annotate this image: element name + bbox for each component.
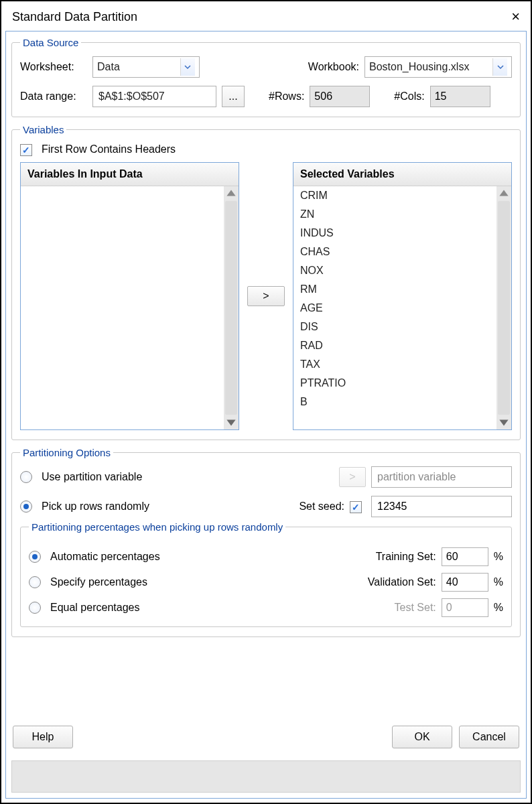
scroll-down-icon[interactable]: [224, 416, 239, 429]
set-seed-label: Set seed:: [299, 500, 344, 513]
list-item[interactable]: NOX: [293, 261, 496, 280]
worksheet-label: Worksheet:: [20, 61, 87, 73]
list-item[interactable]: RAD: [293, 336, 496, 355]
selected-list-header: Selected Variables: [300, 168, 395, 180]
status-strip: [11, 760, 521, 793]
validation-set-label: Validation Set:: [368, 576, 436, 588]
list-item[interactable]: AGE: [293, 299, 496, 318]
use-partition-variable-label: Use partition variable: [42, 471, 142, 483]
workbook-label: Workbook:: [308, 61, 359, 73]
input-list-header: Variables In Input Data: [27, 168, 143, 180]
cols-value: 15: [435, 90, 447, 103]
test-set-input: [442, 598, 488, 617]
ellipsis-icon: ...: [228, 90, 237, 103]
dialog: Standard Data Partition × Data Source Wo…: [0, 0, 532, 804]
scrollbar[interactable]: [496, 186, 511, 429]
training-set-input[interactable]: [442, 547, 488, 566]
partitioning-group: Partitioning Options Use partition varia…: [11, 447, 521, 637]
list-item[interactable]: DIS: [293, 318, 496, 336]
list-item[interactable]: INDUS: [293, 224, 496, 243]
workbook-value: Boston_Housing.xlsx: [369, 61, 488, 73]
dialog-footer: Help OK Cancel: [11, 724, 521, 750]
data-source-group: Data Source Worksheet: Data Workbook: Bo…: [11, 37, 521, 117]
data-range-label: Data range:: [20, 90, 87, 103]
scroll-up-icon[interactable]: [496, 186, 511, 200]
cols-label: #Cols:: [394, 90, 424, 103]
scroll-track[interactable]: [225, 201, 237, 415]
move-right-button[interactable]: >: [247, 286, 285, 306]
data-range-input[interactable]: [92, 86, 216, 107]
chevron-right-icon: >: [263, 290, 269, 302]
partition-variable-move-button: >: [339, 467, 366, 487]
automatic-pct-label: Automatic percentages: [50, 551, 160, 563]
partition-variable-placeholder: partition variable: [377, 471, 456, 483]
worksheet-dropdown[interactable]: Data: [92, 56, 200, 78]
data-range-value[interactable]: [97, 90, 234, 103]
automatic-pct-radio[interactable]: [29, 551, 41, 563]
scroll-down-icon[interactable]: [496, 416, 511, 429]
list-item[interactable]: B: [293, 393, 496, 411]
first-row-headers-checkbox[interactable]: First Row Contains Headers: [20, 143, 512, 155]
scroll-track[interactable]: [498, 201, 510, 415]
rows-output: 506: [310, 86, 370, 107]
list-item[interactable]: PTRATIO: [293, 374, 496, 393]
rows-value: 506: [314, 90, 332, 103]
validation-set-input[interactable]: [442, 573, 488, 592]
help-button-label: Help: [32, 731, 54, 743]
pick-rows-randomly-label: Pick up rows randomly: [42, 500, 149, 513]
seed-input[interactable]: 12345: [371, 496, 512, 517]
input-list-body: [21, 186, 239, 429]
ok-button[interactable]: OK: [392, 726, 452, 748]
scroll-up-icon[interactable]: [224, 186, 239, 200]
list-item[interactable]: ZN: [293, 205, 496, 224]
equal-pct-radio[interactable]: [29, 602, 41, 614]
rows-label: #Rows:: [269, 90, 304, 103]
cols-output: 15: [430, 86, 490, 107]
checkbox-icon: [20, 144, 32, 156]
cancel-button-label: Cancel: [472, 731, 506, 743]
pct-sign: %: [494, 576, 503, 588]
workbook-dropdown[interactable]: Boston_Housing.xlsx: [364, 56, 512, 78]
specify-pct-radio[interactable]: [29, 576, 41, 588]
partitioning-pct-group: Partitioning percentages when picking up…: [20, 521, 512, 627]
data-source-legend: Data Source: [20, 37, 81, 48]
seed-value: 12345: [377, 500, 407, 513]
selected-list-body: CRIMZNINDUSCHASNOXRMAGEDISRADTAXPTRATIOB: [293, 186, 511, 429]
first-row-headers-label: First Row Contains Headers: [42, 143, 176, 155]
dialog-body: Data Source Worksheet: Data Workbook: Bo…: [5, 31, 527, 799]
chevron-right-icon: >: [349, 471, 355, 483]
help-button[interactable]: Help: [13, 726, 73, 748]
selected-variables-listbox[interactable]: Selected Variables CRIMZNINDUSCHASNOXRMA…: [293, 162, 512, 430]
close-icon[interactable]: ×: [507, 8, 524, 25]
chevron-down-icon: [492, 58, 507, 76]
test-set-label: Test Set:: [395, 602, 436, 614]
input-variables-listbox[interactable]: Variables In Input Data: [20, 162, 239, 430]
ok-button-label: OK: [414, 731, 429, 743]
worksheet-value: Data: [97, 61, 176, 73]
chevron-down-icon: [180, 58, 195, 76]
partitioning-pct-legend: Partitioning percentages when picking up…: [29, 521, 285, 533]
titlebar: Standard Data Partition ×: [5, 5, 531, 31]
list-item[interactable]: CHAS: [293, 243, 496, 261]
set-seed-checkbox[interactable]: [350, 501, 362, 513]
pct-sign: %: [494, 551, 503, 563]
list-item[interactable]: RM: [293, 280, 496, 299]
partition-variable-input: partition variable: [371, 466, 512, 488]
specify-pct-label: Specify percentages: [50, 576, 147, 588]
pct-sign: %: [494, 602, 503, 614]
data-range-browse-button[interactable]: ...: [222, 86, 245, 107]
variables-legend: Variables: [20, 124, 66, 135]
use-partition-variable-radio[interactable]: [20, 471, 32, 483]
equal-pct-label: Equal percentages: [50, 602, 139, 614]
variables-group: Variables First Row Contains Headers Var…: [11, 124, 521, 440]
dialog-title: Standard Data Partition: [12, 10, 137, 24]
scrollbar[interactable]: [224, 186, 239, 429]
partitioning-legend: Partitioning Options: [20, 447, 113, 458]
list-item[interactable]: CRIM: [293, 186, 496, 205]
cancel-button[interactable]: Cancel: [459, 726, 519, 748]
pick-rows-randomly-radio[interactable]: [20, 500, 32, 513]
list-item[interactable]: TAX: [293, 355, 496, 374]
training-set-label: Training Set:: [376, 551, 436, 563]
